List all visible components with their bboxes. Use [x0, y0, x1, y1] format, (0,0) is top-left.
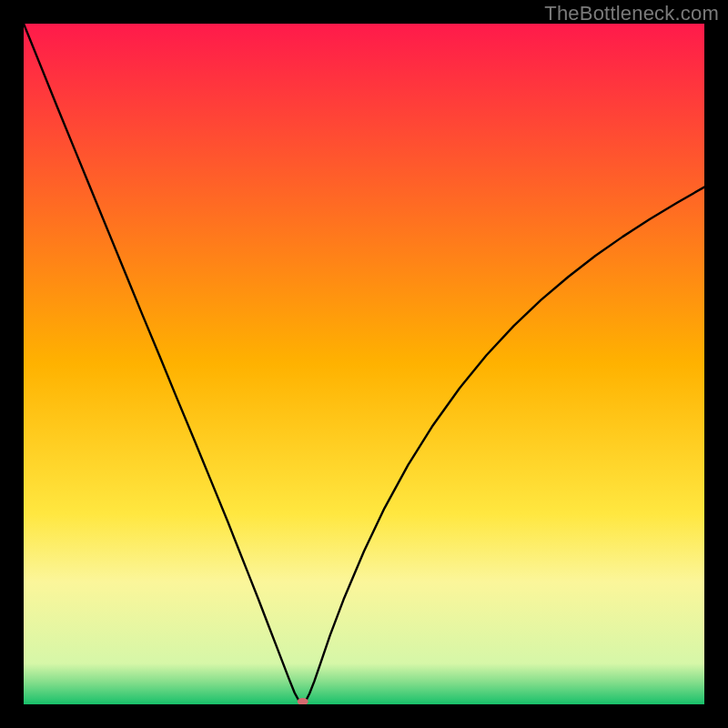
chart-frame — [24, 24, 704, 704]
chart-background — [24, 24, 704, 704]
bottleneck-chart — [24, 24, 704, 704]
watermark-text: TheBottleneck.com — [544, 2, 719, 25]
